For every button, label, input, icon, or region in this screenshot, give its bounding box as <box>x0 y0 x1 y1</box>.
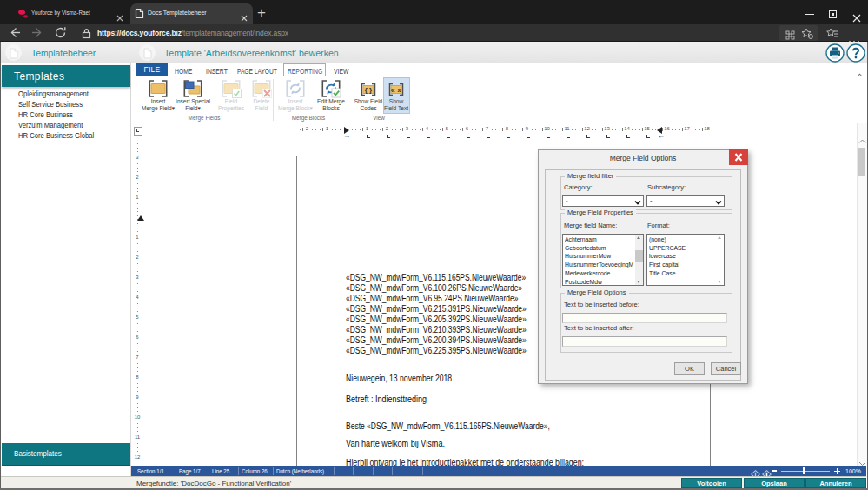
svg-text:« »: « » <box>391 86 402 95</box>
svg-text:{ }: { } <box>365 86 372 94</box>
